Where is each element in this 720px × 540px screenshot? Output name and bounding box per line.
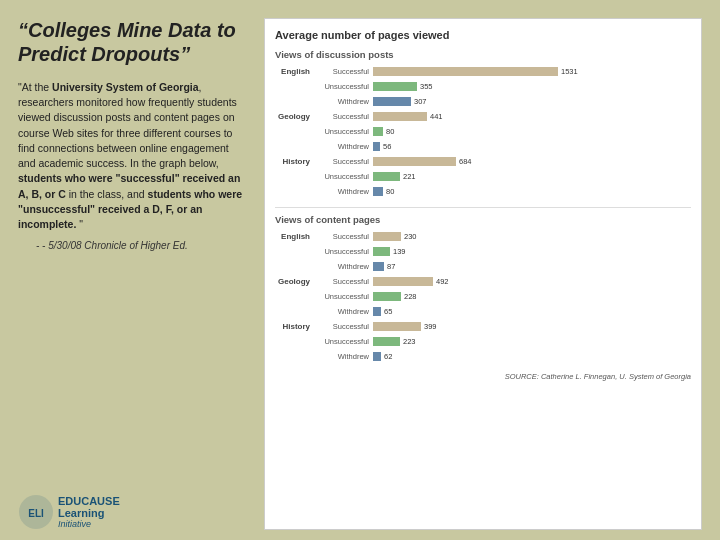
bar-container: 62 bbox=[373, 351, 691, 361]
bar bbox=[373, 157, 456, 166]
source-line: SOURCE: Catherine L. Finnegan, U. System… bbox=[275, 372, 691, 381]
bar-container: 80 bbox=[373, 126, 691, 136]
bar-value: 223 bbox=[403, 337, 416, 346]
section1-label: Views of discussion posts bbox=[275, 49, 691, 60]
status-label: Withdrew bbox=[313, 352, 373, 361]
bar bbox=[373, 337, 400, 346]
bar bbox=[373, 322, 421, 331]
bar-row: Withdrew 307 bbox=[275, 94, 691, 108]
bar-value: 355 bbox=[420, 82, 433, 91]
bar bbox=[373, 307, 381, 316]
bar-row: Unsuccessful 139 bbox=[275, 244, 691, 258]
bar-container: 87 bbox=[373, 261, 691, 271]
bar bbox=[373, 112, 427, 121]
bar-row: Withdrew 62 bbox=[275, 349, 691, 363]
status-label: Withdrew bbox=[313, 142, 373, 151]
body-bold1: University System of Georgia bbox=[52, 81, 198, 93]
status-label: Withdrew bbox=[313, 307, 373, 316]
body-part2: , researchers monitored how frequently s… bbox=[18, 81, 237, 169]
bar-row: History Successful 684 bbox=[275, 154, 691, 168]
subject-label: History bbox=[275, 322, 313, 331]
status-label: Successful bbox=[313, 322, 373, 331]
bar-value: 139 bbox=[393, 247, 406, 256]
bar-value: 492 bbox=[436, 277, 449, 286]
bar-container: 441 bbox=[373, 111, 691, 121]
status-label: Withdrew bbox=[313, 187, 373, 196]
body-text: "At the University System of Georgia, re… bbox=[18, 80, 248, 232]
subject-label: History bbox=[275, 157, 313, 166]
citation-text: - 5/30/08 Chronicle of Higher Ed. bbox=[42, 240, 188, 251]
section2-label: Views of content pages bbox=[275, 214, 691, 225]
status-label: Unsuccessful bbox=[313, 172, 373, 181]
bar-container: 56 bbox=[373, 141, 691, 151]
chart-panel: Average number of pages viewed Views of … bbox=[264, 18, 702, 530]
logo-learning: Learning bbox=[58, 507, 104, 519]
bar-value: 1531 bbox=[561, 67, 578, 76]
content-section: Views of content pages English Successfu… bbox=[275, 212, 691, 364]
bar-row: Withdrew 65 bbox=[275, 304, 691, 318]
subject-label: Geology bbox=[275, 277, 313, 286]
bar bbox=[373, 247, 390, 256]
status-label: Successful bbox=[313, 232, 373, 241]
bar bbox=[373, 82, 417, 91]
status-label: Unsuccessful bbox=[313, 247, 373, 256]
bar-container: 65 bbox=[373, 306, 691, 316]
bar-value: 80 bbox=[386, 187, 394, 196]
bar-value: 228 bbox=[404, 292, 417, 301]
subject-label: English bbox=[275, 67, 313, 76]
bar-container: 492 bbox=[373, 276, 691, 286]
bar-value: 221 bbox=[403, 172, 416, 181]
subject-label: English bbox=[275, 232, 313, 241]
bar bbox=[373, 127, 383, 136]
bar bbox=[373, 232, 401, 241]
bar-value: 307 bbox=[414, 97, 427, 106]
page-container: “Colleges Mine Data to Predict Dropouts”… bbox=[0, 0, 720, 540]
bar-row: English Successful 1531 bbox=[275, 64, 691, 78]
bar-row: Withdrew 80 bbox=[275, 184, 691, 198]
bar bbox=[373, 292, 401, 301]
bar-value: 56 bbox=[383, 142, 391, 151]
bar-container: 221 bbox=[373, 171, 691, 181]
bar-value: 65 bbox=[384, 307, 392, 316]
bar-row: Geology Successful 441 bbox=[275, 109, 691, 123]
page-title: “Colleges Mine Data to Predict Dropouts” bbox=[18, 18, 248, 66]
bar bbox=[373, 187, 383, 196]
bar bbox=[373, 142, 380, 151]
bar-row: Unsuccessful 223 bbox=[275, 334, 691, 348]
bar-row: Unsuccessful 355 bbox=[275, 79, 691, 93]
discussion-section: Views of discussion posts English Succes… bbox=[275, 47, 691, 199]
bar-container: 307 bbox=[373, 96, 691, 106]
bar-row: History Successful 399 bbox=[275, 319, 691, 333]
bar-row: Withdrew 87 bbox=[275, 259, 691, 273]
logo-text-area: EDUCAUSE Learning Initiative bbox=[58, 495, 120, 529]
bar bbox=[373, 277, 433, 286]
logo-area: ELI EDUCAUSE Learning Initiative bbox=[18, 494, 248, 530]
chart-title: Average number of pages viewed bbox=[275, 29, 691, 41]
status-label: Successful bbox=[313, 277, 373, 286]
citation: - - 5/30/08 Chronicle of Higher Ed. bbox=[18, 240, 248, 251]
bar-container: 230 bbox=[373, 231, 691, 241]
bar-value: 62 bbox=[384, 352, 392, 361]
status-label: Unsuccessful bbox=[313, 82, 373, 91]
bar-row: Geology Successful 492 bbox=[275, 274, 691, 288]
divider bbox=[275, 207, 691, 208]
status-label: Unsuccessful bbox=[313, 292, 373, 301]
body-part3: in the class, and bbox=[66, 188, 148, 200]
educause-logo-icon: ELI bbox=[18, 494, 54, 530]
left-content: “Colleges Mine Data to Predict Dropouts”… bbox=[18, 18, 248, 482]
bar-row: Unsuccessful 80 bbox=[275, 124, 691, 138]
bar bbox=[373, 67, 558, 76]
bar bbox=[373, 352, 381, 361]
body-part4: " bbox=[76, 218, 83, 230]
subject-label: Geology bbox=[275, 112, 313, 121]
bar-row: English Successful 230 bbox=[275, 229, 691, 243]
body-part1: "At the bbox=[18, 81, 52, 93]
left-panel: “Colleges Mine Data to Predict Dropouts”… bbox=[18, 18, 248, 530]
svg-text:ELI: ELI bbox=[28, 508, 44, 519]
bar-container: 223 bbox=[373, 336, 691, 346]
logo-sub: Learning bbox=[58, 507, 120, 519]
bar-container: 1531 bbox=[373, 66, 691, 76]
bar-value: 230 bbox=[404, 232, 417, 241]
bar-container: 355 bbox=[373, 81, 691, 91]
bar-row: Unsuccessful 221 bbox=[275, 169, 691, 183]
